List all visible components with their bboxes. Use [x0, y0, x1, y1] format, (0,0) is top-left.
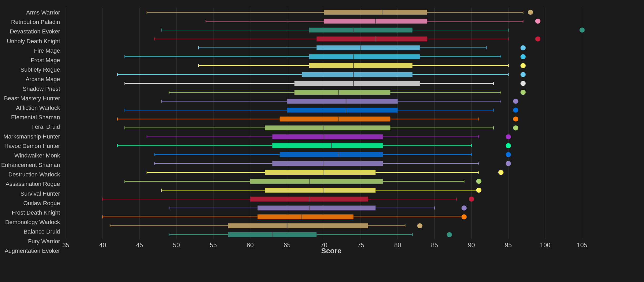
svg-point-133: [506, 152, 511, 157]
y-axis-label: Fury Warrior: [0, 237, 63, 246]
svg-text:Score: Score: [321, 247, 341, 255]
svg-rect-33: [309, 28, 412, 33]
svg-rect-96: [287, 108, 398, 113]
svg-point-168: [469, 197, 474, 202]
svg-point-56: [521, 54, 526, 59]
svg-text:60: 60: [247, 242, 254, 249]
svg-rect-47: [316, 45, 420, 50]
svg-point-119: [506, 134, 511, 139]
svg-point-196: [447, 232, 452, 237]
svg-rect-89: [287, 99, 398, 104]
svg-point-35: [579, 27, 585, 32]
y-axis-label: Elemental Shaman: [0, 113, 63, 122]
y-axis-label: Assassination Rogue: [0, 179, 63, 189]
svg-point-70: [521, 72, 526, 77]
svg-rect-117: [272, 134, 383, 139]
svg-rect-152: [250, 179, 383, 184]
svg-point-112: [513, 125, 518, 130]
svg-point-28: [535, 19, 541, 24]
svg-point-42: [535, 36, 541, 41]
svg-text:80: 80: [394, 242, 401, 249]
y-axis-label: Subtlety Rogue: [0, 65, 63, 75]
svg-rect-54: [309, 54, 420, 59]
y-axis-label: Arcane Mage: [0, 75, 63, 84]
svg-rect-19: [324, 10, 427, 15]
svg-text:75: 75: [357, 242, 364, 249]
y-axis-label: Survival Hunter: [0, 189, 63, 199]
svg-text:55: 55: [210, 242, 217, 249]
y-axis-label: Beast Mastery Hunter: [0, 94, 63, 103]
svg-text:90: 90: [468, 242, 475, 249]
svg-rect-75: [294, 81, 420, 86]
svg-point-21: [528, 10, 533, 15]
svg-point-84: [521, 90, 526, 95]
y-axis-label: Balance Druid: [0, 227, 63, 236]
svg-rect-145: [265, 170, 375, 175]
y-axis-label: Havoc Demon Hunter: [0, 141, 63, 151]
svg-point-63: [521, 63, 526, 68]
svg-text:65: 65: [284, 242, 291, 249]
svg-point-91: [513, 99, 518, 104]
y-axis-label: Frost Mage: [0, 56, 63, 65]
y-axis-labels: Arms WarriorRetribution PaladinDevastati…: [0, 5, 63, 266]
y-axis-label: Demonology Warlock: [0, 217, 63, 227]
svg-point-175: [462, 205, 467, 210]
svg-rect-103: [280, 117, 390, 122]
svg-point-154: [476, 179, 482, 184]
svg-point-161: [476, 188, 482, 193]
y-axis-label: Feral Druid: [0, 122, 63, 132]
svg-point-147: [498, 170, 504, 175]
svg-point-189: [417, 223, 423, 228]
y-axis-label: Outlaw Rogue: [0, 199, 63, 208]
svg-point-126: [506, 143, 511, 148]
y-axis-label: Windwalker Monk: [0, 151, 63, 160]
svg-text:100: 100: [540, 242, 551, 249]
svg-point-98: [513, 108, 518, 113]
svg-point-77: [521, 81, 526, 86]
svg-rect-61: [309, 63, 412, 68]
y-axis-label: Augmentation Evoker: [0, 246, 63, 256]
svg-text:50: 50: [173, 242, 180, 249]
svg-rect-180: [257, 214, 353, 219]
svg-text:40: 40: [99, 242, 106, 249]
svg-text:85: 85: [431, 242, 438, 249]
svg-rect-40: [316, 37, 427, 42]
y-axis-label: Unholy Death Knight: [0, 37, 63, 46]
svg-point-105: [513, 116, 518, 121]
svg-rect-82: [294, 90, 390, 95]
y-axis-label: Fire Mage: [0, 46, 63, 56]
svg-text:35: 35: [62, 242, 70, 249]
chart-area: Arms WarriorRetribution PaladinDevastati…: [0, 5, 628, 266]
plot-area: 35404550556065707580859095100105Score: [63, 5, 628, 266]
svg-point-49: [521, 45, 526, 50]
svg-rect-124: [272, 143, 383, 148]
svg-text:105: 105: [577, 242, 587, 249]
y-axis-label: Arms Warrior: [0, 8, 63, 17]
y-axis-label: Retribution Paladin: [0, 17, 63, 27]
y-axis-label: Affliction Warlock: [0, 103, 63, 113]
y-axis-label: Frost Death Knight: [0, 208, 63, 217]
svg-rect-110: [265, 125, 390, 130]
y-axis-label: Shadow Priest: [0, 84, 63, 94]
svg-rect-159: [265, 188, 375, 193]
y-axis-label: Enhancement Shaman: [0, 160, 63, 170]
chart-container: Arms WarriorRetribution PaladinDevastati…: [0, 0, 644, 282]
svg-rect-131: [280, 152, 383, 157]
svg-point-182: [462, 214, 467, 219]
svg-rect-173: [257, 206, 375, 211]
svg-rect-68: [302, 72, 412, 77]
svg-point-140: [506, 161, 511, 166]
svg-text:95: 95: [505, 242, 512, 249]
y-axis-label: Devastation Evoker: [0, 27, 63, 36]
svg-text:45: 45: [136, 242, 143, 249]
svg-rect-138: [272, 161, 383, 166]
svg-rect-187: [228, 223, 368, 228]
y-axis-label: Marksmanship Hunter: [0, 132, 63, 141]
chart-svg: 35404550556065707580859095100105Score: [63, 5, 628, 253]
y-axis-label: Destruction Warlock: [0, 170, 63, 179]
